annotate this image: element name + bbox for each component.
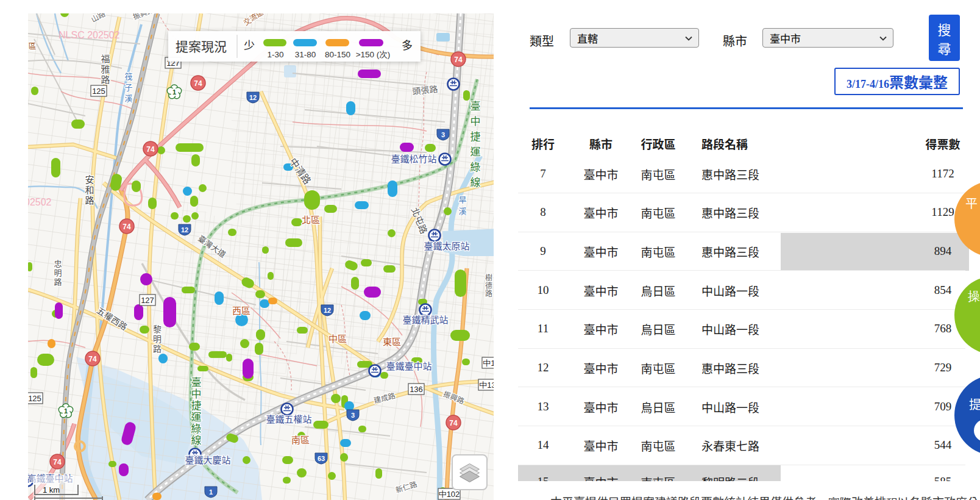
svg-text:1-30: 1-30 <box>267 50 283 59</box>
svg-text:西區: 西區 <box>232 304 250 316</box>
svg-text:少: 少 <box>244 37 255 52</box>
svg-text:中13: 中13 <box>479 380 494 390</box>
svg-text:多: 多 <box>402 37 413 52</box>
svg-text:捷: 捷 <box>470 128 481 143</box>
svg-text:3: 3 <box>441 131 445 138</box>
svg-text:運: 運 <box>470 143 481 159</box>
svg-text:中: 中 <box>470 113 481 128</box>
svg-text:臺鐵臺中站: 臺鐵臺中站 <box>386 359 431 372</box>
svg-text:74: 74 <box>194 79 202 88</box>
svg-text:02502: 02502 <box>28 197 52 207</box>
svg-text:12: 12 <box>324 307 331 314</box>
svg-text:>150 (次): >150 (次) <box>356 50 391 59</box>
svg-text:溪: 溪 <box>458 205 466 216</box>
svg-text:中102: 中102 <box>439 490 460 499</box>
svg-text:子: 子 <box>124 81 132 93</box>
svg-text:路: 路 <box>54 276 62 287</box>
svg-text:127: 127 <box>141 296 154 305</box>
svg-text:筏: 筏 <box>124 70 132 82</box>
svg-text:31-80: 31-80 <box>295 50 316 59</box>
svg-text:臺鐵大慶站: 臺鐵大慶站 <box>185 453 230 466</box>
svg-text:綠: 綠 <box>470 159 481 174</box>
svg-text:線: 線 <box>191 432 202 447</box>
svg-text:125: 125 <box>92 87 105 96</box>
svg-text:北區: 北區 <box>302 213 320 226</box>
svg-text:12: 12 <box>249 94 257 101</box>
svg-text:東區: 東區 <box>383 335 401 348</box>
svg-text:南區: 南區 <box>291 433 310 446</box>
svg-text:中10: 中10 <box>483 359 494 368</box>
svg-text:臺: 臺 <box>470 98 481 113</box>
svg-text:旱: 旱 <box>458 193 466 205</box>
svg-text:74: 74 <box>449 419 458 427</box>
svg-text:136: 136 <box>410 385 423 394</box>
svg-text:線: 線 <box>470 174 481 189</box>
svg-text:125: 125 <box>28 394 41 403</box>
svg-text:12: 12 <box>181 226 188 234</box>
svg-text:80-150: 80-150 <box>325 50 350 59</box>
svg-text:中區: 中區 <box>328 332 347 345</box>
svg-text:1: 1 <box>64 407 68 415</box>
svg-text:1: 1 <box>172 88 176 96</box>
svg-text:74: 74 <box>122 223 131 231</box>
svg-text:1: 1 <box>209 488 213 496</box>
svg-text:74: 74 <box>146 145 155 154</box>
svg-text:74: 74 <box>88 355 97 363</box>
svg-text:63: 63 <box>318 455 325 462</box>
svg-text:路: 路 <box>485 288 492 298</box>
svg-text:74: 74 <box>454 55 463 64</box>
svg-text:臺鐵松竹站: 臺鐵松竹站 <box>391 152 436 165</box>
svg-text:路: 路 <box>153 342 162 354</box>
svg-text:提案現況: 提案現況 <box>176 37 227 55</box>
svg-text:1 km: 1 km <box>43 485 60 495</box>
svg-text:臺鐵五權站: 臺鐵五權站 <box>266 412 311 425</box>
svg-text:溪: 溪 <box>124 92 132 104</box>
svg-text:路: 路 <box>85 193 94 206</box>
svg-text:臺鐵太原站: 臺鐵太原站 <box>424 239 469 252</box>
svg-text:74: 74 <box>53 458 62 466</box>
svg-text:路: 路 <box>101 73 110 85</box>
svg-text:臺鐵精武站: 臺鐵精武站 <box>402 313 448 326</box>
svg-text:3: 3 <box>351 412 355 419</box>
svg-text:區: 區 <box>28 40 36 51</box>
svg-text:NLSC 202502: NLSC 202502 <box>59 30 120 40</box>
